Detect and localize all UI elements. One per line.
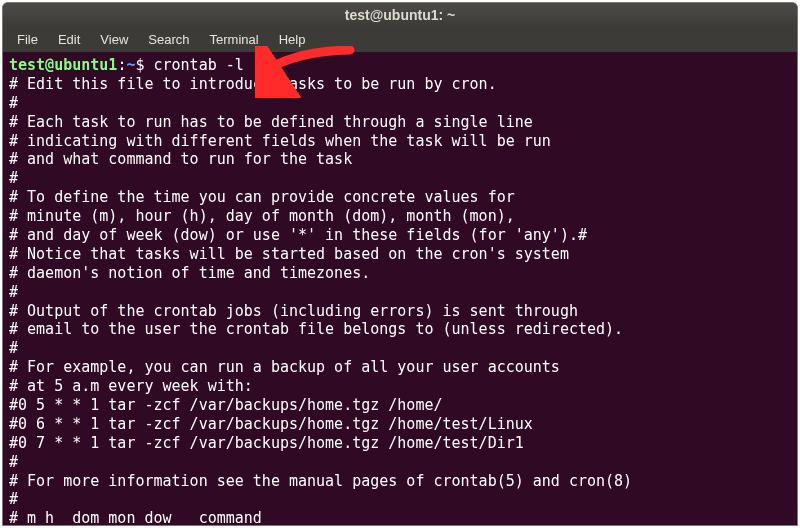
command-line: test@ubuntu1:~$ crontab -l [9, 56, 791, 75]
output-line: # and day of week (dow) or use '*' in th… [9, 226, 791, 245]
output-line: # To define the time you can provide con… [9, 188, 791, 207]
menu-view[interactable]: View [92, 30, 136, 49]
output-line: # indicating with different fields when … [9, 132, 791, 151]
ps1-dollar: $ [135, 56, 144, 74]
output-line: # [9, 453, 791, 472]
menu-help[interactable]: Help [271, 30, 314, 49]
output-line: # [9, 169, 791, 188]
output-line: # Output of the crontab jobs (including … [9, 302, 791, 321]
menu-file[interactable]: File [9, 30, 46, 49]
ps1-userhost: test@ubuntu1 [9, 56, 117, 74]
terminal-window: test@ubuntu1: ~ File Edit View Search Te… [2, 2, 798, 526]
output-line: # Edit this file to introduce tasks to b… [9, 75, 791, 94]
output-line: # at 5 a.m every week with: [9, 377, 791, 396]
output-line: # email to the user the crontab file bel… [9, 320, 791, 339]
menu-edit[interactable]: Edit [50, 30, 88, 49]
output-line: # Each task to run has to be defined thr… [9, 113, 791, 132]
output-line: # For more information see the manual pa… [9, 472, 791, 491]
output-line: # [9, 339, 791, 358]
output-line: # and what command to run for the task [9, 150, 791, 169]
output-line: # [9, 490, 791, 509]
output-line: # daemon's notion of time and timezones. [9, 264, 791, 283]
output-line: # [9, 283, 791, 302]
menu-search[interactable]: Search [140, 30, 197, 49]
command-text: crontab -l [154, 56, 244, 74]
output-line: #0 7 * * 1 tar -zcf /var/backups/home.tg… [9, 434, 791, 453]
output-line: # minute (m), hour (h), day of month (do… [9, 207, 791, 226]
output-line: # m h dom mon dow command [9, 509, 791, 526]
output-line: #0 5 * * 1 tar -zcf /var/backups/home.tg… [9, 396, 791, 415]
output-line: # Notice that tasks will be started base… [9, 245, 791, 264]
menu-bar: File Edit View Search Terminal Help [3, 27, 797, 52]
output-line: # For example, you can run a backup of a… [9, 358, 791, 377]
output-line: # [9, 94, 791, 113]
menu-terminal[interactable]: Terminal [202, 30, 267, 49]
window-title: test@ubuntu1: ~ [345, 7, 455, 23]
window-titlebar[interactable]: test@ubuntu1: ~ [3, 3, 797, 27]
output-line: #0 6 * * 1 tar -zcf /var/backups/home.tg… [9, 415, 791, 434]
terminal-viewport[interactable]: test@ubuntu1:~$ crontab -l# Edit this fi… [3, 52, 797, 526]
